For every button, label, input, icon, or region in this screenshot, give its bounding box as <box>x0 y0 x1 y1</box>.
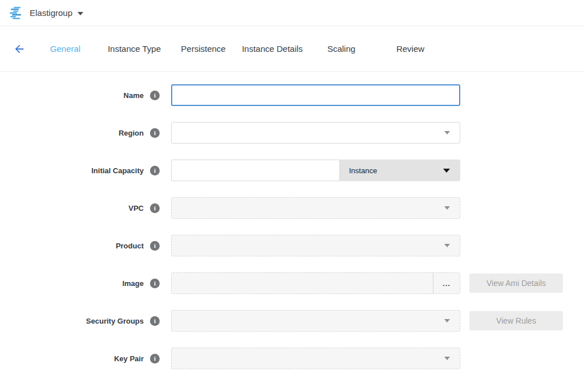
info-icon[interactable]: i <box>150 166 160 175</box>
chevron-down-icon <box>444 244 450 247</box>
ellipsis-icon: ... <box>443 279 451 288</box>
vpc-label: VPC <box>0 204 144 213</box>
info-icon[interactable]: i <box>150 128 160 138</box>
chevron-down-icon <box>78 12 83 15</box>
tab-list: General Instance Type Persistence Instan… <box>31 44 445 54</box>
region-row: Region i <box>0 122 584 144</box>
browse-image-button[interactable]: ... <box>433 273 460 293</box>
name-row: Name i <box>0 84 584 106</box>
vpc-row: VPC i <box>0 197 584 219</box>
name-label: Name <box>0 91 144 100</box>
info-icon[interactable]: i <box>150 354 160 364</box>
general-form: Name i Region i Initial Capacity i Insta… <box>0 72 584 369</box>
region-select[interactable] <box>171 122 460 144</box>
image-value <box>172 273 433 293</box>
info-icon[interactable]: i <box>150 316 160 326</box>
name-input[interactable] <box>171 84 460 106</box>
elastigroup-logo-icon <box>9 6 24 19</box>
initial-capacity-row: Initial Capacity i Instance <box>0 160 584 181</box>
chevron-down-icon <box>444 206 450 210</box>
tab-instance-type[interactable]: Instance Type <box>100 44 169 54</box>
chevron-down-icon <box>443 169 450 173</box>
tab-general[interactable]: General <box>31 44 100 54</box>
product-row: Product i <box>0 235 584 256</box>
security-groups-select[interactable] <box>171 310 460 332</box>
arrow-back-icon <box>13 43 26 55</box>
tab-review[interactable]: Review <box>376 44 445 54</box>
tab-instance-details[interactable]: Instance Details <box>238 44 307 54</box>
image-row: Image i ... View Ami Details <box>0 272 584 294</box>
info-icon[interactable]: i <box>150 91 160 100</box>
security-groups-label: Security Groups <box>0 317 144 325</box>
info-icon[interactable]: i <box>150 203 160 213</box>
product-label: Product <box>0 242 144 250</box>
capacity-unit-select[interactable]: Instance <box>340 160 460 181</box>
brand-name: Elastigroup <box>30 8 72 18</box>
key-pair-label: Key Pair <box>0 354 144 363</box>
tab-scaling[interactable]: Scaling <box>307 44 376 54</box>
region-label: Region <box>0 129 144 137</box>
info-icon[interactable]: i <box>150 279 160 288</box>
image-input[interactable]: ... <box>171 272 460 294</box>
capacity-unit-value: Instance <box>349 166 377 175</box>
key-pair-row: Key Pair i <box>0 348 584 369</box>
info-icon[interactable]: i <box>150 241 160 251</box>
tab-persistence[interactable]: Persistence <box>169 44 238 54</box>
chevron-down-icon <box>444 131 450 134</box>
security-groups-row: Security Groups i View Rules <box>0 310 584 332</box>
view-ami-details-button[interactable]: View Ami Details <box>469 273 563 293</box>
product-switcher[interactable]: Elastigroup <box>9 6 83 19</box>
chevron-down-icon <box>444 357 450 360</box>
image-label: Image <box>0 279 144 288</box>
wizard-tab-bar: General Instance Type Persistence Instan… <box>0 26 584 72</box>
product-select[interactable] <box>171 235 460 256</box>
vpc-select[interactable] <box>171 197 460 219</box>
chevron-down-icon <box>444 319 450 322</box>
back-button[interactable] <box>13 42 26 56</box>
topbar: Elastigroup <box>0 0 584 26</box>
initial-capacity-label: Initial Capacity <box>0 166 144 175</box>
key-pair-select[interactable] <box>171 348 460 369</box>
initial-capacity-input[interactable] <box>171 160 340 181</box>
view-rules-button[interactable]: View Rules <box>469 311 563 330</box>
